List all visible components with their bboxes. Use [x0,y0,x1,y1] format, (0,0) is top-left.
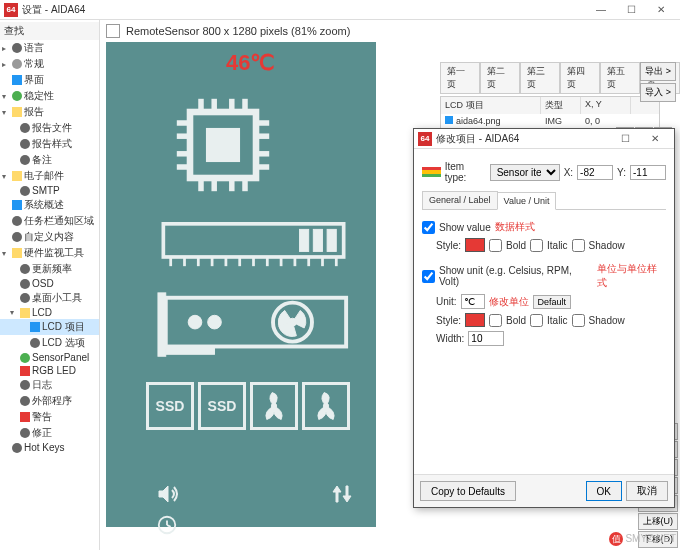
import-button[interactable]: 导入 > [640,83,676,102]
tree-item[interactable]: 修正 [0,425,99,441]
settings-tree: ▸语言▸常规界面▾稳定性▾报告报告文件报告样式备注▾电子邮件SMTP系统概述任务… [0,40,99,454]
cpu-chip-icon [168,90,278,200]
unit-italic-checkbox[interactable] [530,314,543,327]
unit-bold-checkbox[interactable] [489,314,502,327]
cancel-button[interactable]: 取消 [626,481,668,501]
x-input[interactable] [577,165,613,180]
th-type[interactable]: 类型 [541,97,581,114]
svg-rect-37 [166,347,215,355]
table-row[interactable]: aida64.pngIMG0, 0 [441,114,659,128]
app-icon: 64 [4,3,18,17]
unit-shadow-checkbox[interactable] [572,314,585,327]
x-label: X: [564,167,573,178]
lcd-preview[interactable]: 46℃ [106,42,376,527]
tree-item[interactable]: ▾LCD [0,306,99,319]
sidebar-header: 查找 [0,22,99,40]
volume-icon [156,482,180,506]
tree-item[interactable]: Hot Keys [0,441,99,454]
style-label-1: Style: [436,240,461,251]
unit-color-swatch[interactable] [465,313,485,327]
fan-tile-2 [302,382,350,430]
page-tab[interactable]: 第三页 [520,62,560,94]
page-tab[interactable]: 第二页 [480,62,520,94]
tree-item[interactable]: LCD 项目 [0,319,99,335]
sidebar: 查找 ▸语言▸常规界面▾稳定性▾报告报告文件报告样式备注▾电子邮件SMTP系统概… [0,20,100,550]
svg-rect-21 [327,229,336,251]
ram-icon [156,222,351,268]
unit-input[interactable] [461,294,485,309]
updown-icon [330,482,354,506]
ssd-tile-2: SSD [198,382,246,430]
main-titlebar: 64 设置 - AIDA64 — ☐ ✕ [0,0,680,20]
dialog-max-button[interactable]: ☐ [610,130,640,148]
tree-item[interactable]: SMTP [0,184,99,197]
show-unit-checkbox[interactable] [422,270,435,283]
tree-item[interactable]: 报告样式 [0,136,99,152]
minimize-button[interactable]: — [586,1,616,19]
svg-rect-36 [158,293,166,356]
preview-info: RemoteSensor 800 x 1280 pixels (81% zoom… [126,25,350,37]
tab-general[interactable]: General / Label [422,191,498,209]
svg-rect-20 [313,229,322,251]
ssd-tile-1: SSD [146,382,194,430]
svg-point-38 [188,315,202,329]
anno-data-style: 数据样式 [495,220,535,234]
tree-item[interactable]: 任务栏通知区域 [0,213,99,229]
tree-item[interactable]: 外部程序 [0,393,99,409]
tree-item[interactable]: 警告 [0,409,99,425]
tree-item[interactable]: SensorPanel [0,351,99,364]
show-unit-label: Show unit (e.g. Celsius, RPM, Volt) [439,265,593,287]
tree-item[interactable]: 备注 [0,152,99,168]
tree-item[interactable]: 更新频率 [0,261,99,277]
default-button[interactable]: Default [533,295,572,309]
width-label: Width: [436,333,464,344]
ok-button[interactable]: OK [586,481,622,501]
dialog-close-button[interactable]: ✕ [640,130,670,148]
item-type-icon [422,167,441,177]
value-bold-checkbox[interactable] [489,239,502,252]
tree-item[interactable]: 报告文件 [0,120,99,136]
show-value-checkbox[interactable] [422,221,435,234]
style-label-2: Style: [436,315,461,326]
value-shadow-checkbox[interactable] [572,239,585,252]
action-button[interactable]: 上移(U) [638,513,679,530]
page-tab[interactable]: 第四页 [560,62,600,94]
th-item[interactable]: LCD 项目 [441,97,541,114]
tree-item[interactable]: 日志 [0,377,99,393]
maximize-button[interactable]: ☐ [616,1,646,19]
clock-icon [156,514,178,536]
width-input[interactable] [468,331,504,346]
svg-line-46 [167,525,171,527]
value-italic-checkbox[interactable] [530,239,543,252]
tree-item[interactable]: ▸常规 [0,56,99,72]
tree-item[interactable]: ▾报告 [0,104,99,120]
tree-item[interactable]: ▾硬件监视工具 [0,245,99,261]
tree-item[interactable]: RGB LED [0,364,99,377]
tab-value-unit[interactable]: Value / Unit [497,192,557,210]
tree-item[interactable]: ▸语言 [0,40,99,56]
export-button[interactable]: 导出 > [640,62,676,81]
item-type-select[interactable]: Sensor item [490,164,560,181]
tree-item[interactable]: 自定义内容 [0,229,99,245]
tree-item[interactable]: 界面 [0,72,99,88]
th-xy[interactable]: X, Y [581,97,631,114]
anno-modify-unit: 修改单位 [489,295,529,309]
y-input[interactable] [630,165,666,180]
page-tab[interactable]: 第五页 [600,62,640,94]
anno-unit-style: 单位与单位样式 [597,262,666,290]
tree-item[interactable]: 桌面小工具 [0,290,99,306]
copy-defaults-button[interactable]: Copy to Defaults [420,481,516,501]
close-button[interactable]: ✕ [646,1,676,19]
value-color-swatch[interactable] [465,238,485,252]
tree-item[interactable]: LCD 选项 [0,335,99,351]
tree-item[interactable]: ▾稳定性 [0,88,99,104]
tree-item[interactable]: OSD [0,277,99,290]
tree-item[interactable]: 系统概述 [0,197,99,213]
cpu-temp-value[interactable]: 46℃ [226,50,275,76]
y-label: Y: [617,167,626,178]
page-tab[interactable]: 第一页 [440,62,480,94]
dialog-app-icon: 64 [418,132,432,146]
svg-rect-19 [300,229,309,251]
dialog-title: 修改项目 - AIDA64 [436,132,610,146]
tree-item[interactable]: ▾电子邮件 [0,168,99,184]
